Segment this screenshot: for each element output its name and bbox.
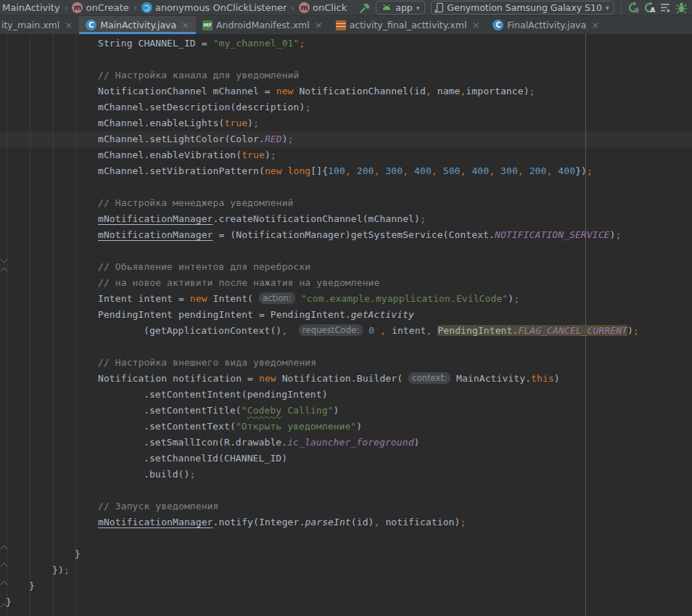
- code-line[interactable]: .setSmallIcon(R.drawable.ic_launcher_for…: [144, 435, 420, 451]
- code-token: 400: [471, 165, 489, 176]
- breadcrumb-item-oncreate[interactable]: monCreate: [72, 2, 128, 13]
- code-line[interactable]: });: [52, 562, 70, 578]
- code-line[interactable]: mChannel.enableVibration(true);: [98, 147, 276, 163]
- code-line[interactable]: mChannel.enableLights(true);: [98, 115, 259, 131]
- breadcrumb-item-anonymous-onclicklistener[interactable]: anonymous OnClickListener: [141, 2, 287, 13]
- parameter-hint-inlay: action:: [259, 292, 295, 304]
- code-line[interactable]: mChannel.setLightColor(Color.RED);: [98, 131, 294, 147]
- code-token: 400: [414, 165, 432, 176]
- apply-code-changes-icon[interactable]: A: [641, 1, 657, 15]
- code-line[interactable]: }: [75, 546, 81, 562]
- tab-mainactivity-java[interactable]: CMainActivity.java×: [79, 16, 196, 34]
- list-icon[interactable]: [657, 1, 673, 15]
- code-line[interactable]: }: [29, 578, 35, 594]
- code-line[interactable]: .setContentText("Открыть уведомление"): [144, 419, 362, 435]
- code-token: ,: [403, 165, 408, 176]
- code-token: ;: [615, 229, 621, 240]
- code-line[interactable]: .build();: [144, 467, 195, 482]
- code-token: ): [508, 293, 514, 304]
- code-line[interactable]: }: [6, 594, 12, 610]
- code-token: name: [432, 86, 461, 96]
- code-token: getActivity: [351, 309, 414, 320]
- code-token: [374, 325, 380, 336]
- tab-activity-final-acttivity-xml[interactable]: activity_final_acttivity.xml×: [329, 16, 487, 34]
- indent-guide: [75, 34, 76, 616]
- code-token: Notification notification =: [98, 373, 259, 384]
- device-phone-icon: [437, 3, 443, 12]
- code-token: [524, 165, 530, 176]
- code-token: mNotificationManager: [98, 517, 213, 527]
- code-line[interactable]: mNotificationManager.notify(Integer.pars…: [98, 514, 466, 530]
- tab-androidmanifest-xml[interactable]: MFAndroidManifest.xml×: [196, 16, 329, 34]
- code-line[interactable]: // Настройка внешнего вида уведомления: [98, 355, 316, 371]
- code-token: new: [259, 373, 276, 384]
- indent-guide: [53, 34, 54, 616]
- code-token: mChannel.enableVibration(: [98, 149, 242, 160]
- code-token: .setChannelId(CHANNEL_ID): [144, 453, 287, 464]
- code-line[interactable]: PendingIntent pendingIntent = PendingInt…: [98, 307, 414, 323]
- code-token: "my_channel_01": [213, 38, 300, 49]
- code-token: String CHANNEL_ID =: [98, 38, 213, 49]
- code-line[interactable]: Intent intent = new Intent( action: "com…: [98, 291, 519, 307]
- code-line[interactable]: mChannel.setDescription(description);: [98, 99, 310, 115]
- code-token: ;: [633, 325, 639, 336]
- tab-label: FinalActtivity.java: [507, 20, 586, 30]
- code-editor[interactable]: String CHANNEL_ID = "my_channel_01";// Н…: [0, 34, 692, 616]
- indent-guide: [30, 34, 30, 616]
- code-token: ;: [189, 469, 195, 480]
- code-token: NOTIFICATION_SERVICE: [495, 229, 610, 240]
- profiler-icon[interactable]: [689, 1, 692, 15]
- debug-icon[interactable]: [673, 1, 689, 15]
- java-class-icon: C: [493, 20, 503, 30]
- build-hammer-icon[interactable]: [357, 1, 373, 15]
- breadcrumb-separator-icon: ›: [289, 3, 296, 13]
- code-token: importance): [466, 86, 529, 96]
- breadcrumb-item-onclick[interactable]: monClick: [299, 2, 347, 13]
- tab-label: MainActivity.java: [100, 20, 176, 30]
- tab-ity-main-xml[interactable]: ity_main.xml×: [0, 16, 79, 34]
- code-line[interactable]: .setContentTitle("Codeby Calling"): [144, 403, 339, 419]
- code-line[interactable]: // Обьявление интентов для переброски: [98, 259, 310, 275]
- code-line[interactable]: // на новое активити после нажатия на ув…: [98, 275, 379, 291]
- code-line[interactable]: .setContentIntent(pendingIntent): [144, 387, 328, 403]
- run-configuration-label: app: [395, 2, 413, 13]
- breadcrumb-label: onClick: [313, 2, 347, 13]
- close-tab-icon[interactable]: ×: [471, 20, 479, 30]
- indent-guide: [7, 34, 7, 616]
- code-line[interactable]: (getApplicationContext(), requestCode: 0…: [144, 323, 639, 339]
- code-token: ,: [426, 86, 432, 96]
- code-line[interactable]: NotificationChannel mChannel = new Notif…: [98, 83, 535, 99]
- run-configuration-selector[interactable]: app ▾: [376, 1, 425, 15]
- close-tab-icon[interactable]: ×: [315, 20, 323, 30]
- code-token: ): [247, 118, 253, 128]
- code-line[interactable]: mChannel.setVibrationPattern(new long[]{…: [98, 163, 593, 179]
- close-tab-icon[interactable]: ×: [591, 20, 599, 30]
- apply-changes-icon[interactable]: [625, 1, 641, 15]
- code-token: ,: [380, 325, 386, 336]
- code-token: [295, 293, 301, 304]
- code-line[interactable]: // Настройка канала для уведомлений: [98, 67, 299, 83]
- code-token: ;: [514, 293, 519, 304]
- code-token: long: [288, 165, 311, 176]
- method-icon: m: [299, 2, 310, 13]
- close-tab-icon[interactable]: ×: [181, 20, 189, 30]
- code-token: ;: [299, 38, 305, 49]
- code-token: Calling": [281, 405, 333, 416]
- code-token: 500: [443, 165, 461, 176]
- tab-finalacttivity-java[interactable]: CFinalActtivity.java×: [486, 16, 606, 34]
- code-line[interactable]: mNotificationManager.createNotificationC…: [98, 211, 426, 227]
- breadcrumb-item-mainactivity[interactable]: MainActivity: [2, 2, 60, 13]
- code-token: mNotificationManager: [98, 229, 213, 240]
- code-token: // Настройка менеджера уведомлений: [98, 197, 294, 208]
- code-line[interactable]: mNotificationManager = (NotificationMana…: [98, 227, 621, 243]
- close-tab-icon[interactable]: ×: [65, 20, 73, 30]
- code-line[interactable]: // Настройка менеджера уведомлений: [98, 195, 294, 211]
- method-icon: m: [72, 2, 83, 13]
- code-line[interactable]: .setChannelId(CHANNEL_ID): [144, 451, 287, 467]
- code-line[interactable]: String CHANNEL_ID = "my_channel_01";: [98, 36, 305, 52]
- code-line[interactable]: Notification notification = new Notifica…: [98, 371, 560, 387]
- code-token: ,: [345, 165, 351, 176]
- device-selector[interactable]: Genymotion Samsung Galaxy S10 ▾: [431, 1, 614, 15]
- code-token: .setSmallIcon(R.drawable.: [144, 437, 287, 448]
- code-line[interactable]: // Запуск уведомления: [98, 498, 218, 514]
